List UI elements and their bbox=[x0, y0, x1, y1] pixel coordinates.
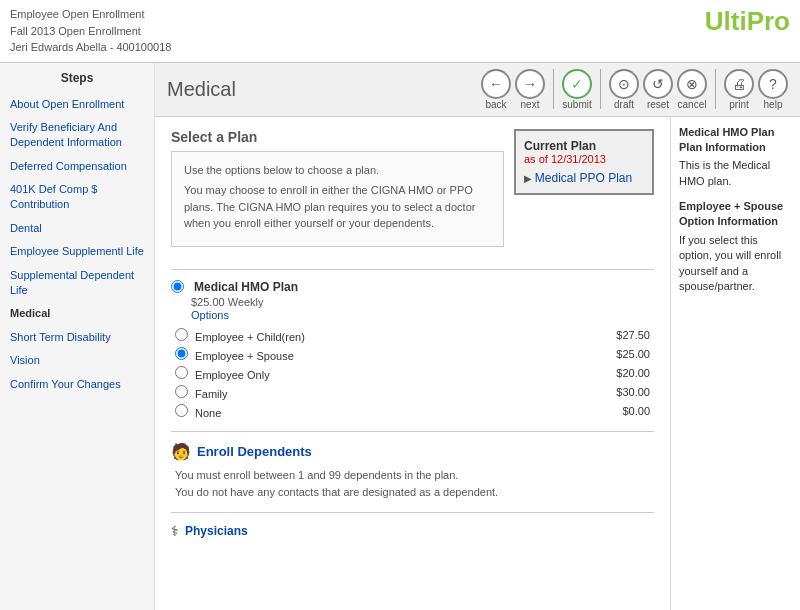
option-price: $27.50 bbox=[542, 326, 654, 345]
info-text-spouse: If you select this option, you will enro… bbox=[679, 233, 792, 295]
next-button[interactable]: → next bbox=[515, 69, 545, 110]
sidebar-item-401k[interactable]: 401K Def Comp $ Contribution bbox=[0, 178, 154, 217]
submit-icon: ✓ bbox=[562, 69, 592, 99]
plan-price: $25.00 Weekly bbox=[171, 296, 654, 308]
info-block-hmo: Medical HMO Plan Plan Information This i… bbox=[679, 125, 792, 190]
reset-button[interactable]: ↺ reset bbox=[643, 69, 673, 110]
option-price: $20.00 bbox=[542, 364, 654, 383]
plan-option-hmo: Medical HMO Plan $25.00 Weekly Options E… bbox=[171, 280, 654, 421]
page-content: Select a Plan Use the options below to c… bbox=[155, 117, 800, 611]
sidebar-item-short-term-disability[interactable]: Short Term Disability bbox=[0, 326, 154, 349]
enroll-dependents-text2: You do not have any contacts that are de… bbox=[171, 484, 654, 502]
header-info: Employee Open Enrollment Fall 2013 Open … bbox=[10, 6, 171, 56]
option-price: $0.00 bbox=[542, 402, 654, 421]
table-row: Employee Only $20.00 bbox=[171, 364, 654, 383]
help-icon: ? bbox=[758, 69, 788, 99]
submit-label: submit bbox=[562, 99, 591, 110]
sidebar-item-dental[interactable]: Dental bbox=[0, 217, 154, 240]
coverage-radio-spouse[interactable] bbox=[175, 347, 188, 360]
header-line1: Employee Open Enrollment bbox=[10, 6, 171, 23]
coverage-radio-children[interactable] bbox=[175, 328, 188, 341]
sidebar-item-supp-dependent-life[interactable]: Supplemental Dependent Life bbox=[0, 264, 154, 303]
current-plan-name: Medical PPO Plan bbox=[524, 171, 644, 185]
separator3 bbox=[715, 69, 716, 109]
separator1 bbox=[553, 69, 554, 109]
divider2 bbox=[171, 431, 654, 432]
header-line3: Jeri Edwards Abella - 400100018 bbox=[10, 39, 171, 56]
option-label: Employee Only bbox=[195, 369, 270, 381]
table-row: Family $30.00 bbox=[171, 383, 654, 402]
sidebar-item-confirm-changes[interactable]: Confirm Your Changes bbox=[0, 373, 154, 396]
cancel-button[interactable]: ⊗ cancel bbox=[677, 69, 707, 110]
help-label: help bbox=[764, 99, 783, 110]
back-label: back bbox=[485, 99, 506, 110]
back-icon: ← bbox=[481, 69, 511, 99]
content-area: Medical ← back → next ✓ submit ⊙ bbox=[155, 63, 800, 611]
enroll-dependents-section: 🧑 Enroll Dependents You must enroll betw… bbox=[171, 442, 654, 502]
sidebar-item-deferred-compensation[interactable]: Deferred Compensation bbox=[0, 155, 154, 178]
select-plan-box: Use the options below to choose a plan. … bbox=[171, 151, 504, 247]
next-icon: → bbox=[515, 69, 545, 99]
divider1 bbox=[171, 269, 654, 270]
current-plan-link[interactable]: Medical PPO Plan bbox=[535, 171, 632, 185]
physicians-title[interactable]: Physicians bbox=[185, 524, 248, 538]
enroll-dependents-header: 🧑 Enroll Dependents bbox=[171, 442, 654, 461]
table-row: None $0.00 bbox=[171, 402, 654, 421]
draft-icon: ⊙ bbox=[609, 69, 639, 99]
info-text-hmo: This is the Medical HMO plan. bbox=[679, 158, 792, 189]
coverage-radio-only[interactable] bbox=[175, 366, 188, 379]
dependents-icon: 🧑 bbox=[171, 442, 191, 461]
select-plan-title: Select a Plan bbox=[171, 129, 504, 145]
draft-button[interactable]: ⊙ draft bbox=[609, 69, 639, 110]
draft-label: draft bbox=[614, 99, 634, 110]
help-button[interactable]: ? help bbox=[758, 69, 788, 110]
current-plan-box: Current Plan as of 12/31/2013 Medical PP… bbox=[514, 129, 654, 195]
current-plan-date: as of 12/31/2013 bbox=[524, 153, 644, 165]
coverage-radio-family[interactable] bbox=[175, 385, 188, 398]
info-sidebar: Medical HMO Plan Plan Information This i… bbox=[670, 117, 800, 611]
cancel-label: cancel bbox=[678, 99, 707, 110]
submit-button[interactable]: ✓ submit bbox=[562, 69, 592, 110]
page-header: Employee Open Enrollment Fall 2013 Open … bbox=[0, 0, 800, 63]
select-plan-desc2: You may choose to enroll in either the C… bbox=[184, 182, 491, 232]
cancel-icon: ⊗ bbox=[677, 69, 707, 99]
header-line2: Fall 2013 Open Enrollment bbox=[10, 23, 171, 40]
sidebar-title: Steps bbox=[0, 71, 154, 85]
physicians-section: ⚕ Physicians bbox=[171, 523, 654, 539]
info-block-spouse: Employee + Spouse Option Information If … bbox=[679, 199, 792, 294]
options-table: Employee + Child(ren) $27.50 Employee + … bbox=[171, 326, 654, 421]
physicians-icon: ⚕ bbox=[171, 523, 179, 539]
plan-radio-hmo[interactable] bbox=[171, 280, 184, 293]
print-button[interactable]: 🖨 print bbox=[724, 69, 754, 110]
print-icon: 🖨 bbox=[724, 69, 754, 99]
sidebar-item-medical[interactable]: Medical bbox=[0, 302, 154, 325]
print-label: print bbox=[729, 99, 748, 110]
sidebar-item-about-open-enrollment[interactable]: About Open Enrollment bbox=[0, 93, 154, 116]
option-price: $25.00 bbox=[542, 345, 654, 364]
enroll-dependents-title[interactable]: Enroll Dependents bbox=[197, 444, 312, 459]
options-link[interactable]: Options bbox=[191, 309, 229, 321]
enroll-dependents-text1: You must enroll between 1 and 99 depende… bbox=[171, 467, 654, 485]
sidebar-item-verify-beneficiary[interactable]: Verify Beneficiary And Dependent Informa… bbox=[0, 116, 154, 155]
info-title-hmo: Medical HMO Plan Plan Information bbox=[679, 125, 792, 156]
page-body: Select a Plan Use the options below to c… bbox=[155, 117, 670, 611]
toolbar: ← back → next ✓ submit ⊙ draft bbox=[481, 69, 788, 110]
logo: UltiPro bbox=[705, 6, 790, 37]
option-label: Family bbox=[195, 388, 227, 400]
logo-main: Ulti bbox=[705, 6, 747, 36]
sidebar-item-vision[interactable]: Vision bbox=[0, 349, 154, 372]
coverage-radio-none[interactable] bbox=[175, 404, 188, 417]
page-title: Medical bbox=[167, 78, 236, 101]
sidebar: Steps About Open Enrollment Verify Benef… bbox=[0, 63, 155, 611]
table-row: Employee + Spouse $25.00 bbox=[171, 345, 654, 364]
divider3 bbox=[171, 512, 654, 513]
reset-label: reset bbox=[647, 99, 669, 110]
sidebar-item-employee-supp-life[interactable]: Employee Supplementl Life bbox=[0, 240, 154, 263]
option-label: None bbox=[195, 407, 221, 419]
plan-name: Medical HMO Plan bbox=[194, 280, 298, 294]
current-plan-title: Current Plan bbox=[524, 139, 644, 153]
next-label: next bbox=[521, 99, 540, 110]
option-price: $30.00 bbox=[542, 383, 654, 402]
back-button[interactable]: ← back bbox=[481, 69, 511, 110]
separator2 bbox=[600, 69, 601, 109]
